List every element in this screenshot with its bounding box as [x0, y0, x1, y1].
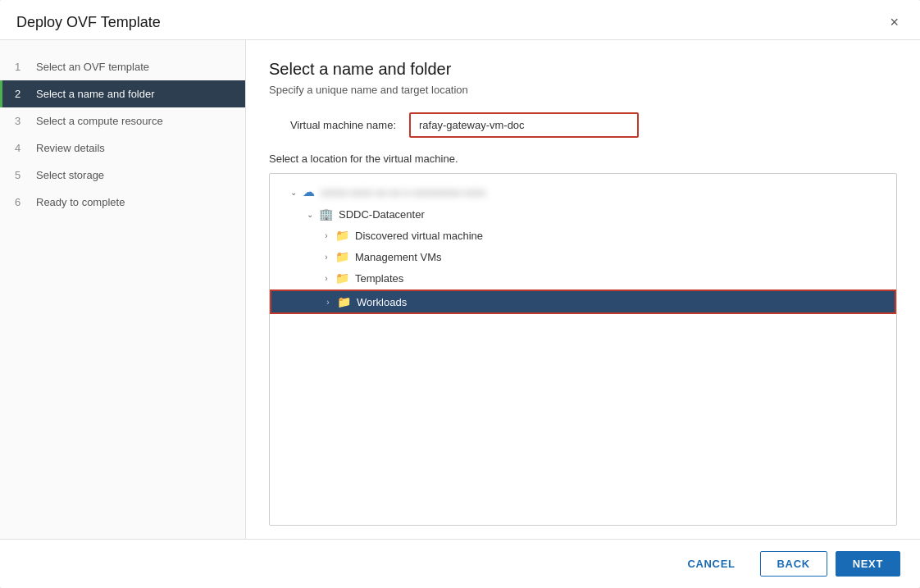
sidebar-step-5-wrapper: 5 Select storage — [0, 162, 245, 189]
step-6-num: 6 — [15, 196, 28, 208]
management-chevron-icon: › — [319, 253, 334, 262]
sidebar-step-2-wrapper: 2 Select a name and folder — [0, 80, 245, 107]
vm-name-input[interactable] — [409, 112, 639, 138]
step-5-label: Select storage — [36, 169, 104, 181]
cloud-icon: ☁ — [303, 185, 315, 199]
sidebar-step-6-wrapper: 6 Ready to complete — [0, 189, 245, 216]
datacenter-label: SDDC-Datacenter — [339, 208, 425, 221]
sidebar-step-4-wrapper: 4 Review details — [0, 134, 245, 162]
step-5-num: 5 — [15, 169, 28, 181]
vm-name-label: Virtual machine name: — [269, 119, 396, 131]
templates-chevron-icon: › — [319, 274, 334, 283]
cancel-button[interactable]: CANCEL — [671, 552, 751, 576]
section-subtitle: Specify a unique name and target locatio… — [269, 84, 897, 96]
tree-management-vms[interactable]: › 📁 Management VMs — [270, 246, 896, 267]
sidebar: 1 Select an OVF template 2 Select a name… — [0, 40, 246, 539]
sidebar-item-compute-resource[interactable]: 3 Select a compute resource — [0, 107, 245, 134]
datacenter-chevron-icon: ⌄ — [303, 210, 317, 219]
datacenter-icon: 🏢 — [319, 207, 333, 221]
step-4-num: 4 — [15, 142, 28, 154]
close-button[interactable]: × — [885, 13, 904, 31]
workloads-wrapper: › 📁 Workloads — [270, 289, 896, 314]
location-label: Select a location for the virtual machin… — [269, 153, 897, 165]
tree-workloads[interactable]: › 📁 Workloads — [271, 291, 895, 312]
modal-header: Deploy OVF Template × — [0, 0, 920, 40]
workloads-label: Workloads — [357, 296, 407, 308]
root-chevron-icon: ⌄ — [286, 188, 301, 197]
sidebar-step-1-wrapper: 1 Select an OVF template — [0, 53, 245, 80]
step-6-label: Ready to complete — [36, 196, 125, 208]
tree-templates[interactable]: › 📁 Templates — [270, 267, 896, 289]
folder-icon-templates: 📁 — [335, 271, 349, 285]
section-title: Select a name and folder — [269, 60, 897, 79]
tree-root[interactable]: ⌄ ☁ xxxxx-xxxx-xx-xx-x-xxxxxxxxx-xxxx — [270, 180, 896, 203]
discovered-chevron-icon: › — [319, 231, 334, 240]
folder-icon-discovered: 📁 — [335, 229, 349, 242]
main-content: Select a name and folder Specify a uniqu… — [246, 40, 920, 539]
sidebar-item-select-ovf[interactable]: 1 Select an OVF template — [0, 53, 245, 80]
step-2-num: 2 — [15, 88, 28, 100]
vm-name-row: Virtual machine name: — [269, 112, 897, 138]
workloads-chevron-icon: › — [321, 298, 335, 307]
folder-icon-workloads: 📁 — [337, 295, 351, 308]
step-4-label: Review details — [36, 142, 105, 154]
sidebar-step-3-wrapper: 3 Select a compute resource — [0, 107, 245, 134]
tree-datacenter[interactable]: ⌄ 🏢 SDDC-Datacenter — [270, 203, 896, 225]
next-button[interactable]: NEXT — [836, 551, 900, 577]
back-button[interactable]: BACK — [760, 551, 827, 577]
deploy-ovf-modal: Deploy OVF Template × 1 Select an OVF te… — [0, 0, 920, 588]
modal-footer: CANCEL BACK NEXT — [0, 539, 920, 588]
tree-discovered-vm[interactable]: › 📁 Discovered virtual machine — [270, 225, 896, 246]
management-vms-label: Management VMs — [355, 251, 442, 263]
sidebar-item-storage[interactable]: 5 Select storage — [0, 162, 245, 189]
step-1-label: Select an OVF template — [36, 61, 149, 73]
active-bar — [0, 80, 2, 107]
sidebar-item-ready[interactable]: 6 Ready to complete — [0, 189, 245, 216]
modal-title: Deploy OVF Template — [16, 14, 161, 31]
templates-label: Templates — [355, 272, 403, 285]
step-3-label: Select a compute resource — [36, 115, 163, 127]
sidebar-item-select-name[interactable]: 2 Select a name and folder — [0, 80, 245, 107]
tree-container: ⌄ ☁ xxxxx-xxxx-xx-xx-x-xxxxxxxxx-xxxx ⌄ … — [269, 173, 897, 526]
step-1-num: 1 — [15, 61, 28, 73]
sidebar-item-review[interactable]: 4 Review details — [0, 134, 245, 162]
discovered-vm-label: Discovered virtual machine — [355, 230, 483, 242]
step-3-num: 3 — [15, 115, 28, 127]
folder-icon-management: 📁 — [335, 250, 349, 263]
root-label: xxxxx-xxxx-xx-xx-x-xxxxxxxxx-xxxx — [321, 186, 485, 198]
step-2-label: Select a name and folder — [36, 88, 155, 100]
modal-body: 1 Select an OVF template 2 Select a name… — [0, 40, 920, 539]
